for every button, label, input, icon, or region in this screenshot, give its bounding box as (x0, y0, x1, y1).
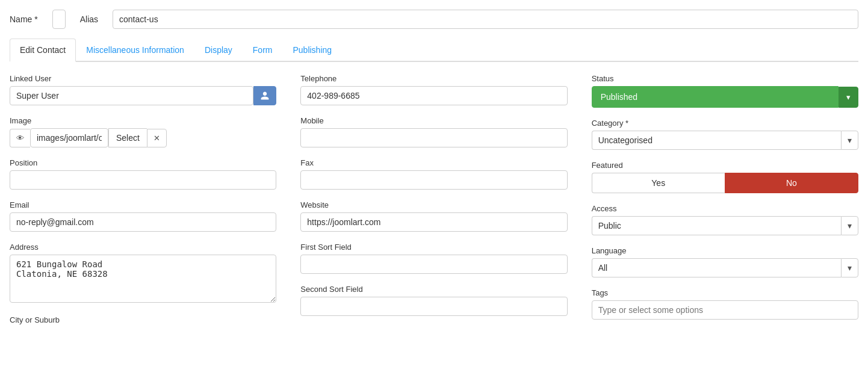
fax-input[interactable] (300, 170, 567, 190)
address-textarea[interactable]: 621 Bungalow Road Clatonia, NE 68328 (10, 255, 276, 303)
category-caret: ▾ (841, 131, 858, 150)
tab-display[interactable]: Display (194, 39, 243, 61)
eye-icon: 👁 (16, 134, 24, 143)
tab-form[interactable]: Form (243, 39, 283, 61)
status-dropdown: Published ▾ (592, 86, 858, 108)
caret-down-icon: ▾ (846, 93, 851, 102)
email-input[interactable] (10, 212, 276, 232)
mobile-group: Mobile (300, 116, 567, 147)
image-eye-button[interactable]: 👁 (10, 129, 30, 147)
website-group: Website (300, 200, 567, 232)
caret-icon: ▾ (848, 221, 852, 231)
tab-edit-contact[interactable]: Edit Contact (10, 39, 76, 62)
featured-row: Yes No (592, 173, 858, 193)
email-label: Email (10, 200, 276, 209)
featured-label: Featured (592, 161, 858, 170)
featured-no-button[interactable]: No (725, 173, 858, 193)
access-caret: ▾ (841, 216, 858, 235)
access-group: Access Public ▾ (592, 204, 858, 235)
image-label: Image (10, 116, 276, 125)
language-select-wrapper: All ▾ (592, 258, 858, 277)
image-clear-button[interactable]: ✕ (147, 129, 167, 147)
name-label: Name * (10, 14, 38, 24)
image-group: Image 👁 Select ✕ (10, 116, 276, 147)
second-sort-label: Second Sort Field (300, 285, 567, 294)
category-group: Category * Uncategorised ▾ (592, 119, 858, 150)
linked-user-label: Linked User (10, 74, 276, 83)
address-label: Address (10, 243, 276, 252)
fax-group: Fax (300, 158, 567, 190)
first-sort-group: First Sort Field (300, 243, 567, 274)
tab-misc-info[interactable]: Miscellaneous Information (76, 39, 194, 61)
language-caret: ▾ (841, 258, 858, 277)
image-row: 👁 Select ✕ (10, 128, 276, 147)
status-caret-button[interactable]: ▾ (839, 87, 858, 108)
telephone-group: Telephone (300, 74, 567, 105)
user-icon-button[interactable] (253, 86, 276, 105)
telephone-input[interactable] (300, 86, 567, 105)
tags-input[interactable] (592, 300, 858, 320)
position-label: Position (10, 158, 276, 167)
second-sort-input[interactable] (300, 297, 567, 316)
city-group: City or Suburb (10, 315, 276, 324)
status-label: Status (592, 74, 858, 83)
right-column: Status Published ▾ Category * Uncategori… (592, 74, 858, 335)
alias-label: Alias (80, 14, 98, 24)
language-label: Language (592, 246, 858, 255)
image-select-button[interactable]: Select (108, 128, 147, 147)
status-button[interactable]: Published (592, 86, 839, 108)
tab-publishing[interactable]: Publishing (282, 39, 342, 61)
language-group: Language All ▾ (592, 246, 858, 277)
middle-column: Telephone Mobile Fax Website First Sort … (300, 74, 567, 335)
status-group: Status Published ▾ (592, 74, 858, 108)
website-label: Website (300, 200, 567, 209)
linked-user-group: Linked User (10, 74, 276, 105)
caret-icon: ▾ (848, 135, 852, 145)
caret-icon: ▾ (848, 263, 852, 273)
first-sort-label: First Sort Field (300, 243, 567, 252)
website-input[interactable] (300, 212, 567, 232)
alias-input[interactable] (113, 10, 858, 29)
image-path-input[interactable] (30, 128, 108, 147)
access-select[interactable]: Public (592, 216, 841, 235)
featured-yes-button[interactable]: Yes (592, 173, 725, 193)
category-select-wrapper: Uncategorised ▾ (592, 131, 858, 150)
clear-icon: ✕ (153, 134, 160, 143)
access-select-wrapper: Public ▾ (592, 216, 858, 235)
address-group: Address 621 Bungalow Road Clatonia, NE 6… (10, 243, 276, 305)
tags-label: Tags (592, 288, 858, 297)
category-label: Category * (592, 119, 858, 128)
mobile-label: Mobile (300, 116, 567, 125)
access-label: Access (592, 204, 858, 213)
left-column: Linked User Image 👁 Select (10, 74, 276, 335)
position-input[interactable] (10, 170, 276, 190)
mobile-input[interactable] (300, 128, 567, 147)
language-select[interactable]: All (592, 258, 841, 277)
telephone-label: Telephone (300, 74, 567, 83)
linked-user-row (10, 86, 276, 105)
tags-group: Tags (592, 288, 858, 320)
content-grid: Linked User Image 👁 Select (10, 74, 858, 335)
position-group: Position (10, 158, 276, 190)
name-input[interactable] (52, 10, 66, 29)
fax-label: Fax (300, 158, 567, 167)
linked-user-input[interactable] (10, 86, 253, 105)
email-group: Email (10, 200, 276, 232)
category-select[interactable]: Uncategorised (592, 131, 841, 150)
user-icon (260, 91, 270, 101)
city-label: City or Suburb (10, 315, 276, 324)
tabs-container: Edit Contact Miscellaneous Information D… (10, 39, 858, 62)
featured-group: Featured Yes No (592, 161, 858, 193)
second-sort-group: Second Sort Field (300, 285, 567, 316)
first-sort-input[interactable] (300, 255, 567, 274)
